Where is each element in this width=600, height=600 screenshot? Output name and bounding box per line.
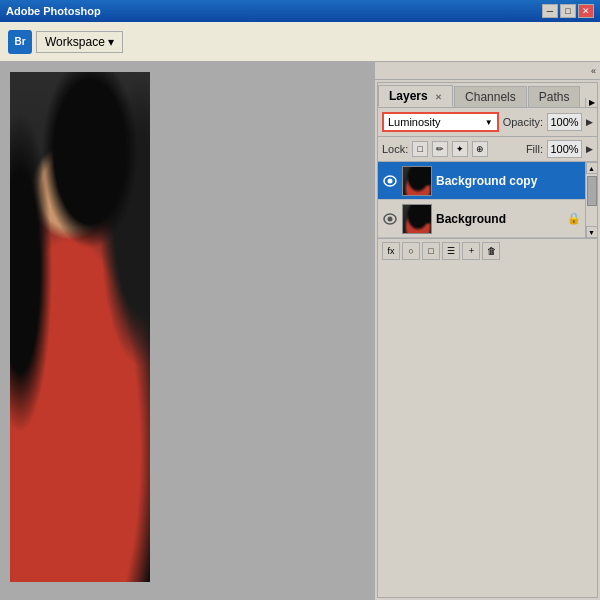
title-bar: Adobe Photoshop ─ □ ✕ [0, 0, 600, 22]
lock-row: Lock: □ ✏ ✦ ⊕ Fill: 100% ▶ [378, 137, 597, 162]
lock-paint-button[interactable]: ✏ [432, 141, 448, 157]
lock-label: Lock: [382, 143, 408, 155]
panel-footer: fx ○ □ ☰ ＋ 🗑 [378, 238, 597, 262]
blend-mode-row: Luminosity ▼ Opacity: 100% ▶ [378, 108, 597, 137]
tab-paths[interactable]: Paths [528, 86, 581, 107]
layer-group-button[interactable]: ☰ [442, 242, 460, 260]
layer-thumbnail-0 [402, 166, 432, 196]
fill-input[interactable]: 100% [547, 140, 582, 158]
tab-channels[interactable]: Channels [454, 86, 527, 107]
title-bar-buttons: ─ □ ✕ [542, 4, 594, 18]
layers-list-container: Background copy Backgro [378, 162, 597, 238]
layer-visibility-icon-0[interactable] [382, 173, 398, 189]
lock-pixels-button[interactable]: □ [412, 141, 428, 157]
layer-thumbnail-1 [402, 204, 432, 234]
delete-layer-button[interactable]: 🗑 [482, 242, 500, 260]
panels-area: « Layers ✕ Channels Paths ▶ [375, 62, 600, 600]
panel-menu-button[interactable]: ▶ [585, 98, 597, 107]
layer-name-1: Background [436, 212, 563, 226]
layer-lock-icon-1: 🔒 [567, 212, 581, 225]
scroll-thumb[interactable] [587, 176, 597, 206]
close-button[interactable]: ✕ [578, 4, 594, 18]
panel-vscroll: ▲ ▼ [585, 162, 597, 238]
collapse-button[interactable]: « [591, 66, 596, 76]
opacity-arrow[interactable]: ▶ [586, 117, 593, 127]
new-layer-button[interactable]: ＋ [462, 242, 480, 260]
layers-list: Background copy Backgro [378, 162, 585, 238]
opacity-label: Opacity: [503, 116, 543, 128]
layer-mask-button[interactable]: ○ [402, 242, 420, 260]
svg-point-1 [388, 178, 393, 183]
opacity-input[interactable]: 100% [547, 113, 582, 131]
scroll-up-button[interactable]: ▲ [586, 162, 598, 174]
tab-layers[interactable]: Layers ✕ [378, 85, 453, 107]
layers-panel: Layers ✕ Channels Paths ▶ Luminosity ▼ O [377, 82, 598, 598]
bridge-icon[interactable]: Br [8, 30, 32, 54]
layer-row-background[interactable]: Background 🔒 [378, 200, 585, 238]
canvas-content [10, 72, 150, 582]
layer-style-button[interactable]: fx [382, 242, 400, 260]
lock-all-button[interactable]: ⊕ [472, 141, 488, 157]
maximize-button[interactable]: □ [560, 4, 576, 18]
blend-select-arrow: ▼ [485, 118, 493, 127]
panels-top: « [375, 62, 600, 80]
fill-arrow[interactable]: ▶ [586, 144, 593, 154]
layer-name-0: Background copy [436, 174, 581, 188]
layer-row-background-copy[interactable]: Background copy [378, 162, 585, 200]
title-bar-title: Adobe Photoshop [6, 5, 101, 17]
svg-point-3 [388, 216, 393, 221]
fill-label: Fill: [526, 143, 543, 155]
layer-visibility-icon-1[interactable] [382, 211, 398, 227]
canvas-image [10, 72, 150, 582]
lock-position-button[interactable]: ✦ [452, 141, 468, 157]
blend-mode-select[interactable]: Luminosity ▼ [382, 112, 499, 132]
minimize-button[interactable]: ─ [542, 4, 558, 18]
panel-tabs: Layers ✕ Channels Paths ▶ [378, 83, 597, 108]
menu-bar: Br Workspace ▾ [0, 22, 600, 62]
workspace-button[interactable]: Workspace ▾ [36, 31, 123, 53]
canvas-area [0, 62, 375, 600]
new-adjustment-button[interactable]: □ [422, 242, 440, 260]
main-area: « Layers ✕ Channels Paths ▶ [0, 62, 600, 600]
tab-layers-close[interactable]: ✕ [435, 93, 442, 102]
scroll-down-button[interactable]: ▼ [586, 226, 598, 238]
